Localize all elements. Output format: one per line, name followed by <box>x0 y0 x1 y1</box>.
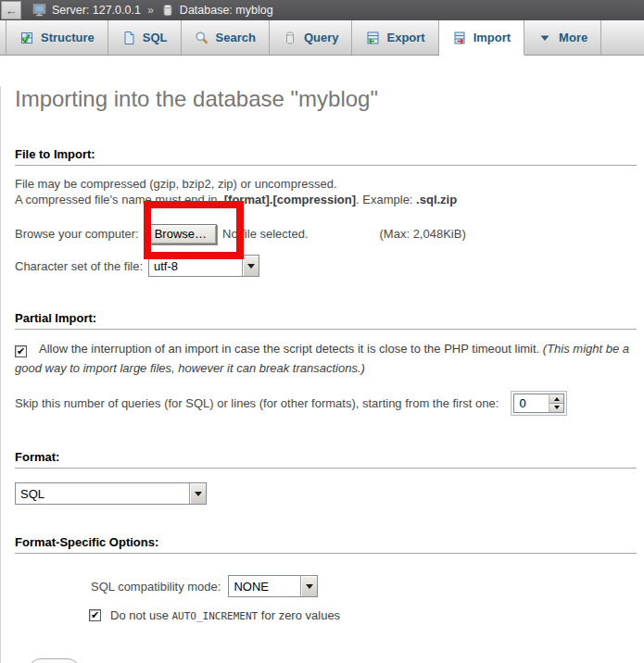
sql-compatibility-value: NONE <box>229 576 300 596</box>
browse-label: Browse your computer: <box>15 227 139 241</box>
breadcrumb: Server: 127.0.0.1 » Database: myblog <box>32 3 273 18</box>
auto-increment-checkbox[interactable]: ✔ <box>89 609 101 621</box>
server-icon <box>32 3 47 18</box>
export-icon <box>365 31 380 45</box>
chevron-down-icon <box>537 31 552 45</box>
browse-row: Browse your computer: Browse… No file se… <box>15 223 637 244</box>
section-heading-format-specific-options: Format-Specific Options: <box>15 535 637 554</box>
tab-label: Import <box>474 31 511 44</box>
stepper-buttons <box>549 394 564 413</box>
tab-label: Structure <box>41 31 95 44</box>
sql-icon <box>121 31 136 45</box>
back-arrow-button[interactable]: ← <box>1 1 21 19</box>
compression-info-line1: File may be compressed (gzip, bzip2, zip… <box>15 176 637 192</box>
tab-export[interactable]: Export <box>352 20 438 55</box>
phpmyadmin-import-page: ← Server: 127.0.0.1 » Database: myblog S… <box>0 0 644 663</box>
select-arrow-icon <box>300 576 317 596</box>
tab-label: SQL <box>143 31 168 44</box>
charset-select[interactable]: utf-8 <box>148 255 259 277</box>
autoinc-code: AUTO_INCREMENT <box>172 610 259 622</box>
skip-queries-value[interactable]: 0 <box>513 394 549 413</box>
section-heading-file-to-import: File to Import: <box>15 147 637 166</box>
structure-icon <box>19 31 34 45</box>
tab-bar: Structure SQL Search Query Export <box>0 20 644 56</box>
line2-mid: . Example: <box>356 193 416 206</box>
line2-prefix: A compressed file's name must end in <box>15 193 221 206</box>
tab-structure[interactable]: Structure <box>6 20 108 55</box>
section-heading-partial-import: Partial Import: <box>15 311 637 330</box>
skip-queries-row: Skip this number of queries (for SQL) or… <box>15 391 637 416</box>
line2-example: .sql.zip <box>416 193 457 206</box>
auto-increment-row: ✔ Do not use AUTO_INCREMENT for zero val… <box>89 608 637 622</box>
browse-button[interactable]: Browse… <box>145 224 217 244</box>
skip-queries-stepper[interactable]: 0 <box>511 391 567 416</box>
up-arrow-icon <box>554 394 560 401</box>
query-icon <box>283 31 297 45</box>
sql-compatibility-row: SQL compatibility mode: NONE <box>91 575 637 597</box>
compression-info-line2: A compressed file's name must end in .[f… <box>15 192 637 207</box>
breadcrumb-separator: » <box>147 4 154 17</box>
autoinc-prefix: Do not use <box>110 608 169 622</box>
skip-queries-label: Skip this number of queries (for SQL) or… <box>15 396 499 410</box>
format-selected-value: SQL <box>16 483 189 504</box>
tab-label: More <box>559 31 587 44</box>
sql-compatibility-label: SQL compatibility mode: <box>91 580 221 594</box>
breadcrumb-server[interactable]: Server: 127.0.0.1 <box>52 4 141 17</box>
auto-increment-text: Do not use AUTO_INCREMENT for zero value… <box>110 608 340 622</box>
max-size-note: (Max: 2,048KiB) <box>380 227 466 241</box>
breadcrumb-database[interactable]: Database: myblog <box>180 4 273 17</box>
import-icon <box>452 31 467 45</box>
stepper-up-button[interactable] <box>549 394 563 404</box>
down-arrow-icon <box>554 406 560 412</box>
tab-more[interactable]: More <box>524 20 601 55</box>
sql-compatibility-select[interactable]: NONE <box>228 575 318 597</box>
stepper-down-button[interactable] <box>549 404 563 412</box>
tab-label: Query <box>304 31 339 44</box>
section-heading-format: Format: <box>15 450 637 469</box>
autoinc-suffix: for zero values <box>261 608 340 622</box>
select-arrow-icon <box>189 483 206 504</box>
allow-interruption-row: ✔Allow the interruption of an import in … <box>15 339 634 378</box>
format-select[interactable]: SQL <box>15 482 207 505</box>
tab-label: Export <box>386 31 424 44</box>
go-button[interactable]: Go <box>29 658 80 663</box>
charset-row: Character set of the file: utf-8 <box>15 255 637 277</box>
tab-query[interactable]: Query <box>270 20 353 55</box>
line2-format-pattern: .[format].[compression] <box>221 193 356 206</box>
page-title: Importing into the database "myblog" <box>15 86 637 112</box>
allow-interruption-text: Allow the interruption of an import in c… <box>39 342 543 356</box>
no-file-selected-text: No file selected. <box>222 227 309 241</box>
search-icon <box>195 31 209 45</box>
charset-label: Character set of the file: <box>15 259 143 273</box>
database-icon <box>160 3 175 18</box>
tab-sql[interactable]: SQL <box>108 20 182 55</box>
breadcrumb-bar: ← Server: 127.0.0.1 » Database: myblog <box>0 0 644 20</box>
tab-search[interactable]: Search <box>182 20 270 55</box>
tab-label: Search <box>216 31 256 44</box>
main-content: Importing into the database "myblog" Fil… <box>0 86 644 663</box>
charset-selected-value: utf-8 <box>149 256 242 276</box>
allow-interruption-checkbox[interactable]: ✔ <box>15 345 27 357</box>
tab-import[interactable]: Import <box>439 20 524 56</box>
select-arrow-icon <box>242 256 259 276</box>
back-arrow-icon: ← <box>6 4 18 18</box>
